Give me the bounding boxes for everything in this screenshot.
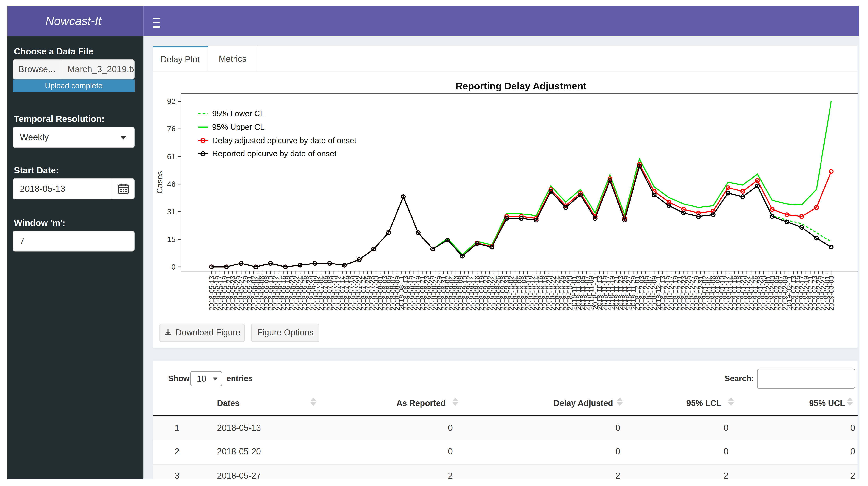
svg-text:76: 76 xyxy=(167,124,176,133)
svg-text:15: 15 xyxy=(167,235,176,244)
svg-text:Cases: Cases xyxy=(155,171,164,193)
svg-text:0: 0 xyxy=(171,262,176,271)
svg-text:Reporting Delay Adjustment: Reporting Delay Adjustment xyxy=(455,80,586,91)
svg-text:31: 31 xyxy=(167,207,176,216)
svg-text:61: 61 xyxy=(167,152,176,161)
svg-text:2019-03-03: 2019-03-03 xyxy=(827,276,835,311)
svg-text:95% Lower CL: 95% Lower CL xyxy=(212,109,265,118)
svg-text:92: 92 xyxy=(167,97,176,105)
svg-text:Delay adjusted epicurve by dat: Delay adjusted epicurve by date of onset xyxy=(212,136,356,145)
svg-text:95% Upper CL: 95% Upper CL xyxy=(212,122,265,131)
svg-text:46: 46 xyxy=(167,180,176,188)
svg-text:Reported epicurve by date of o: Reported epicurve by date of onset xyxy=(212,149,337,158)
